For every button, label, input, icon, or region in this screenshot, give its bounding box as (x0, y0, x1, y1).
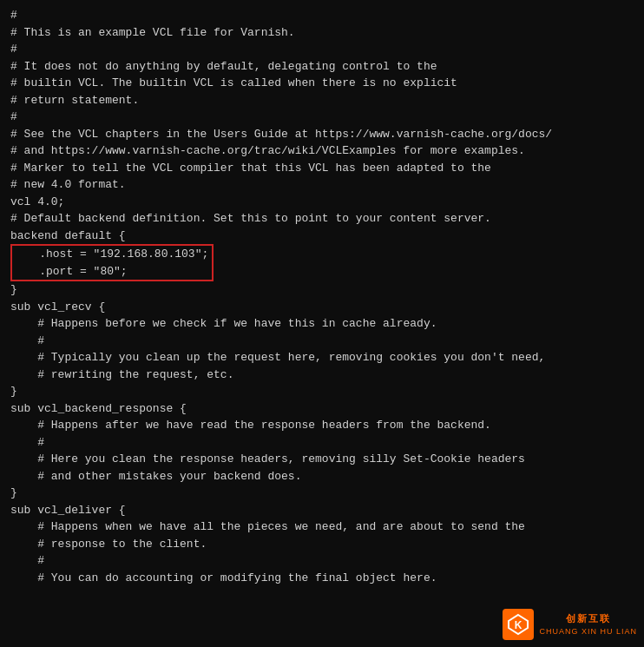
watermark-text-block: 创新互联 CHUANG XIN HU LIAN (539, 611, 637, 637)
watermark-logo: K (503, 609, 534, 640)
code-line-8: # See the VCL chapters in the Users Guid… (10, 126, 634, 143)
code-line-32: # and other mistakes your backend does. (10, 468, 634, 485)
code-line-15: # Default backend definition. Set this t… (10, 210, 634, 228)
code-line-13: vcl 4.0; (10, 194, 634, 211)
code-line-1: # (10, 7, 634, 24)
code-line-7: # (10, 109, 634, 126)
code-line-26: } (10, 383, 634, 400)
logo-icon: K (506, 612, 530, 637)
watermark: K 创新互联 CHUANG XIN HU LIAN (503, 609, 637, 640)
code-line-29: # Happens after we have read the respons… (10, 417, 634, 434)
code-line-24: # Typically you clean up the request her… (10, 349, 634, 366)
code-line-35: sub vcl_deliver { (10, 502, 634, 519)
highlight-block: .host = "192.168.80.103"; .port = "80"; (10, 244, 214, 281)
code-line-31: # Here you clean the response headers, r… (10, 451, 634, 468)
code-line-9: # and https://www.varnish-cache.org/trac… (10, 142, 634, 160)
code-line-17: .host = "192.168.80.103"; (12, 246, 208, 263)
code-line-33: } (10, 485, 634, 502)
code-line-18: .port = "80"; (12, 263, 208, 281)
code-line-22: # Happens before we check if we have thi… (10, 315, 634, 333)
code-line-37: # response to the client. (10, 536, 634, 553)
code-line-30: # (10, 434, 634, 452)
code-line-38: # (10, 552, 634, 570)
code-line-6: # return statement. (10, 92, 634, 109)
code-line-2: # This is an example VCL file for Varnis… (10, 24, 634, 42)
code-line-16: backend default { (10, 228, 634, 245)
code-line-19: } (10, 281, 634, 299)
svg-text:K: K (515, 619, 522, 631)
code-line-5: # builtin VCL. The builtin VCL is called… (10, 75, 634, 92)
code-block: ## This is an example VCL file for Varni… (0, 0, 644, 638)
code-line-23: # (10, 333, 634, 350)
code-line-3: # (10, 41, 634, 58)
code-line-25: # rewriting the request, etc. (10, 366, 634, 384)
code-line-11: # Marker to tell the VCL compiler that t… (10, 160, 634, 177)
code-line-36: # Happens when we have all the pieces we… (10, 518, 634, 536)
watermark-pinyin: CHUANG XIN HU LIAN (539, 626, 637, 638)
code-line-39: # You can do accounting or modifying the… (10, 570, 634, 587)
code-line-28: sub vcl_backend_response { (10, 400, 634, 418)
code-line-21: sub vcl_recv { (10, 299, 634, 316)
code-line-12: # new 4.0 format. (10, 176, 634, 194)
watermark-chinese: 创新互联 (566, 611, 611, 626)
code-line-4: # It does not do anything by default, de… (10, 58, 634, 76)
